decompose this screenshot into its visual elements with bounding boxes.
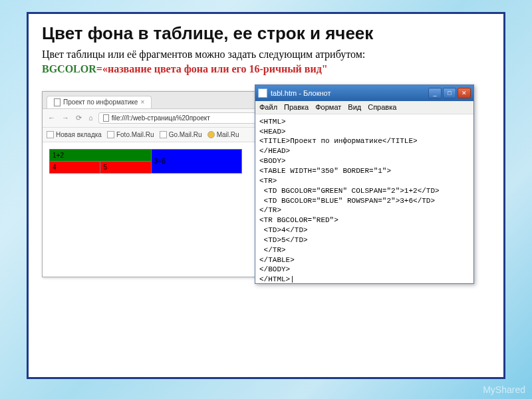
browser-tab[interactable]: Проект по информатике × — [47, 96, 152, 108]
cell-green: 1+2 — [50, 149, 152, 161]
notepad-window: tabl.htm - Блокнот _ □ ✕ Файл Правка Фор… — [255, 84, 474, 284]
page-icon — [107, 131, 114, 138]
attr-value: «название цвета фона или его 16-ричный в… — [102, 63, 328, 74]
bookmark-item[interactable]: Go.Mail.Ru — [160, 131, 202, 138]
attr-equals: = — [96, 63, 102, 74]
demo-table: 1+2 3+6 4 5 — [49, 149, 242, 174]
menu-view[interactable]: Вид — [348, 103, 361, 111]
address-bar[interactable]: file:///I:/web-страница%20проект — [98, 112, 257, 124]
attr-name: BGCOLOR — [42, 63, 96, 74]
close-button[interactable]: ✕ — [458, 88, 471, 98]
nav-forward-icon[interactable]: → — [61, 114, 70, 122]
bookmark-label: Новая вкладка — [56, 131, 102, 138]
slide-frame: Цвет фона в таблице, ее строк и ячеек Цв… — [27, 12, 505, 379]
cell-red: 5 — [100, 161, 151, 173]
bookmarks-bar: Новая вкладка Foto.Mail.Ru Go.Mail.Ru Ma… — [43, 128, 261, 142]
notepad-content[interactable]: <HTML> <HEAD> <TITLE>Проект по информати… — [255, 114, 473, 287]
cell-blue: 3+6 — [151, 149, 241, 173]
window-buttons: _ □ ✕ — [428, 88, 471, 98]
bookmark-label: Foto.Mail.Ru — [116, 131, 154, 138]
browser-toolbar: ← → ⟳ ⌂ file:///I:/web-страница%20проект — [43, 109, 261, 128]
watermark: MyShared — [483, 384, 525, 395]
url-text: file:///I:/web-страница%20проект — [112, 114, 210, 122]
attribute-example: BGCOLOR=«название цвета фона или его 16-… — [42, 63, 490, 75]
bookmark-item[interactable]: Новая вкладка — [47, 131, 102, 138]
nav-back-icon[interactable]: ← — [47, 114, 57, 122]
notepad-titlebar[interactable]: tabl.htm - Блокнот _ □ ✕ — [255, 85, 473, 101]
file-icon — [54, 98, 61, 106]
screenshots-area: Проект по информатике × ← → ⟳ ⌂ file:///… — [42, 84, 490, 297]
reload-icon[interactable]: ⟳ — [74, 114, 83, 122]
tab-close-icon[interactable]: × — [140, 98, 144, 106]
file-icon — [103, 114, 109, 122]
page-icon — [160, 131, 167, 138]
slide-description: Цвет таблицы или её фрагментов можно зад… — [42, 48, 490, 62]
menu-file[interactable]: Файл — [259, 103, 277, 111]
bookmark-item[interactable]: Mail.Ru — [207, 131, 239, 138]
cell-red: 4 — [50, 161, 100, 173]
bookmark-label: Go.Mail.Ru — [169, 131, 202, 138]
menu-help[interactable]: Справка — [368, 103, 396, 111]
table-row: 1+2 3+6 — [50, 149, 242, 161]
browser-tabs: Проект по информатике × — [43, 92, 261, 109]
notepad-icon — [258, 88, 267, 98]
page-icon — [47, 131, 54, 138]
tab-title: Проект по информатике — [63, 98, 138, 106]
menu-edit[interactable]: Правка — [284, 103, 309, 111]
mail-icon — [207, 131, 215, 138]
maximize-button[interactable]: □ — [443, 88, 456, 98]
home-icon[interactable]: ⌂ — [87, 114, 94, 122]
bookmark-label: Mail.Ru — [217, 131, 239, 138]
menu-format[interactable]: Формат — [315, 103, 341, 111]
browser-content: 1+2 3+6 4 5 — [43, 142, 261, 180]
minimize-button[interactable]: _ — [428, 88, 442, 98]
notepad-title: tabl.htm - Блокнот — [271, 89, 428, 97]
notepad-menu: Файл Правка Формат Вид Справка — [255, 101, 473, 114]
slide-title: Цвет фона в таблице, ее строк и ячеек — [42, 23, 490, 44]
browser-window: Проект по информатике × ← → ⟳ ⌂ file:///… — [42, 91, 261, 277]
bookmark-item[interactable]: Foto.Mail.Ru — [107, 131, 154, 138]
